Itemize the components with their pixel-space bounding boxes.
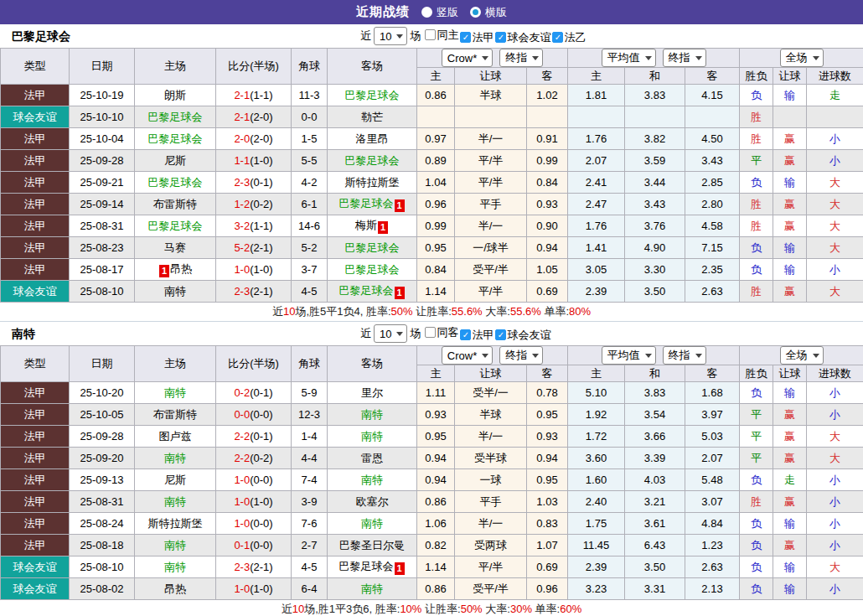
score-fulltime: 0-2 [234,386,250,399]
cell-date: 25-08-31 [70,491,135,513]
filter-法乙[interactable]: ✓法乙 [552,30,586,45]
cell-handicap-result: 走 [773,469,807,491]
radio-vertical-icon[interactable] [421,7,432,18]
cell-date: 25-09-21 [70,172,135,194]
filter-同主[interactable]: 同主 [425,28,458,43]
sub-handicap: 让球 [455,365,527,382]
cell-avg-draw: 3.82 [625,128,685,150]
cell-goals [807,106,863,128]
checkbox-checked[interactable]: ✓ [552,32,563,43]
col-corner: 角球 [292,49,328,85]
cell-result: 平 [740,448,773,469]
filter-球会友谊[interactable]: ✓球会友谊 [495,30,550,45]
radio-vertical-label[interactable]: 竖版 [437,5,458,20]
filter-label[interactable]: 同主 [437,28,458,43]
filter-同客[interactable]: 同客 [425,325,458,340]
table-row: 法甲25-10-19朗斯2-1(1-1)11-3巴黎足球会0.86半球1.021… [1,85,863,106]
avg-time-select[interactable]: 终指 [663,49,706,67]
near-label: 近 [360,28,371,44]
odds-time-select[interactable]: 终指 [499,49,543,67]
cell-home: 巴黎足球会 [135,172,216,194]
summary-text: 近 [272,305,283,318]
filter-法甲[interactable]: ✓法甲 [460,328,494,343]
checkbox-checked[interactable]: ✓ [460,32,471,43]
team-name-text: 巴黎足球会 [339,284,394,297]
checkbox-unchecked[interactable] [425,327,436,338]
filter-label[interactable]: 法甲 [472,328,494,343]
cell-handicap-result: 输 [773,172,807,194]
cell-handicap-result: 赢 [773,128,807,150]
checkbox-checked[interactable]: ✓ [495,329,506,340]
cell-date: 25-08-10 [70,281,135,303]
score-fulltime: 2-3 [234,561,250,573]
cell-odds-handicap: 一/球半 [455,237,527,259]
cell-goals: 大 [807,556,863,578]
checkbox-checked[interactable]: ✓ [495,32,506,43]
checkbox-unchecked[interactable] [425,29,436,40]
cell-avg-away: 7.15 [685,237,740,259]
cell-date: 25-09-13 [70,469,135,491]
cell-handicap-result: 输 [773,259,807,281]
score-halftime: (1-0) [250,582,272,595]
avg-select[interactable]: 平均值 [602,49,656,67]
cell-type: 法甲 [1,513,70,535]
summary: 近10场,胜5平1负4, 胜率:50% 让胜率:55.6% 大率:55.6% 单… [0,303,863,322]
avg-time-select[interactable]: 终指 [663,346,706,365]
bookmaker-select[interactable]: Crow* [442,49,493,67]
col-goals: 进球数 [807,68,863,85]
chevron-down-icon [482,56,488,60]
cell-avg-away: 2.80 [685,194,740,215]
filter-label[interactable]: 同客 [437,325,458,340]
radio-horizontal-icon[interactable] [470,7,481,18]
summary: 近10场,胜1平3负6, 胜率:10% 让胜率:50% 大率:30% 单率:60… [0,600,863,616]
cell-away: 巴黎圣日尔曼 [328,535,417,556]
team-name-text: 梅斯 [355,219,377,231]
cell-away: 里尔 [328,382,417,404]
cell-result: 负 [740,172,773,194]
radio-horizontal-label[interactable]: 横版 [485,5,507,20]
col-score: 比分(半场) [216,346,292,382]
chevron-down-icon [396,332,403,336]
filter-法甲[interactable]: ✓法甲 [460,30,494,45]
scope-select[interactable]: 全场 [780,346,824,365]
col-score: 比分(半场) [216,49,292,85]
cell-avg-away: 2.07 [685,448,740,469]
team-name-text: 欧塞尔 [356,495,389,508]
cell-odds-home: 1.14 [417,556,455,578]
cell-away: 巴黎足球会 [328,85,417,106]
cell-odds-home: 0.96 [417,194,455,215]
match-count-select[interactable]: 10 [374,324,407,343]
cell-avg-away: 5.48 [685,469,740,491]
cell-odds-away: 0.96 [527,578,568,600]
red-card-badge: 1 [395,287,405,299]
match-count-select[interactable]: 10 [374,27,407,45]
radio-horizontal-layout[interactable]: 横版 [470,5,507,20]
cell-score: 1-0(0-0) [216,513,292,535]
cell-odds-home: 0.84 [417,259,455,281]
radio-vertical-layout[interactable]: 竖版 [421,5,458,20]
cell-odds-home: 0.95 [417,426,455,448]
scope-select[interactable]: 全场 [780,49,824,67]
cell-home: 南特 [135,535,216,556]
cell-type: 法甲 [1,491,70,513]
filter-label[interactable]: 球会友谊 [507,328,550,343]
avg-select[interactable]: 平均值 [602,346,656,365]
cell-avg-home: 1.81 [568,85,625,106]
bookmaker-select[interactable]: Crow* [442,346,493,365]
score-fulltime: 0-0 [234,408,250,421]
checkbox-checked[interactable]: ✓ [460,329,471,340]
matches-label: 场 [410,28,421,44]
score-fulltime: 1-0 [234,517,250,530]
filter-label[interactable]: 法甲 [472,30,494,45]
filter-label[interactable]: 法乙 [564,30,586,45]
cell-goals: 大 [807,172,863,194]
odds-time-select[interactable]: 终指 [499,346,543,365]
cell-date: 25-09-28 [70,426,135,448]
cell-handicap-result: 赢 [773,535,807,556]
filter-球会友谊[interactable]: ✓球会友谊 [495,328,550,343]
sub-avg-home: 主 [568,68,625,85]
score-fulltime: 5-2 [234,241,250,254]
filter-label[interactable]: 球会友谊 [507,30,550,45]
cell-score: 0-2(0-1) [216,382,292,404]
cell-avg-draw: 4.90 [625,237,685,259]
